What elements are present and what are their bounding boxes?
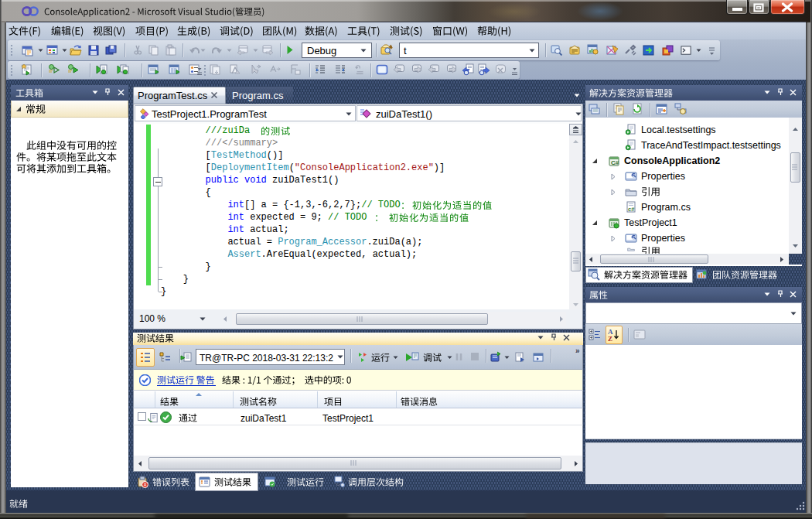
- svg-text:c#: c#: [628, 206, 635, 213]
- svg-text:Z: Z: [608, 335, 612, 342]
- svg-text:C#: C#: [611, 159, 619, 166]
